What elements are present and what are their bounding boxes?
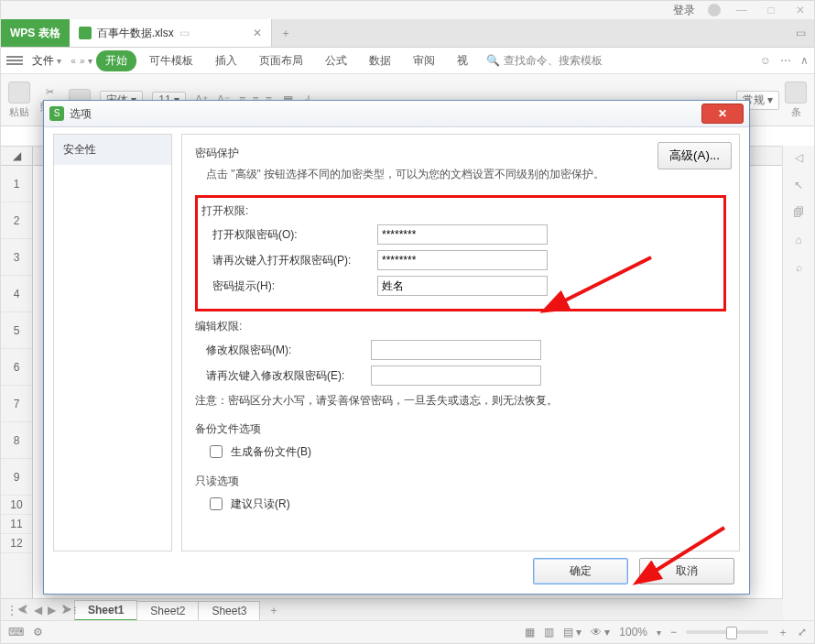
conditional-format-button[interactable]: 条 (785, 82, 807, 119)
zoom-in-icon[interactable]: ＋ (777, 625, 788, 640)
select-icon[interactable]: ↖ (794, 179, 803, 191)
paste-button[interactable]: 粘贴 (8, 82, 30, 119)
ribbon-tab-data[interactable]: 数据 (360, 50, 400, 71)
zoom-label[interactable]: 100% (619, 626, 647, 639)
readonly-head: 只读选项 (195, 474, 726, 489)
ribbon-tab-formula[interactable]: 公式 (316, 50, 356, 71)
row-header[interactable]: 10 (1, 496, 32, 515)
ribbon-tab-view[interactable]: 视 (448, 50, 477, 71)
view-layout-icon[interactable]: ▤ ▾ (563, 626, 581, 639)
new-tab-button[interactable]: ＋ (272, 19, 299, 47)
file-tab[interactable]: 百事牛数据.xlsx ▭ ✕ (70, 19, 272, 47)
app-tab[interactable]: WPS 表格 (1, 19, 70, 47)
ok-button[interactable]: 确定 (533, 558, 628, 584)
sheet-nav-prev-icon[interactable]: ◀ (34, 604, 42, 617)
row-header[interactable]: 1 (1, 166, 32, 202)
sidebar-item-security[interactable]: 安全性 (54, 135, 171, 165)
triangle-icon[interactable]: ◁ (795, 151, 803, 164)
minimize-icon[interactable]: — (734, 4, 750, 16)
section-password-protect: 密码保护 (195, 146, 726, 161)
more-icon[interactable]: ⋯ (780, 54, 791, 67)
chat-icon[interactable]: ⌕ (796, 261, 802, 274)
sheet-nav-next-icon[interactable]: ▶ (48, 604, 56, 617)
history-back-icon[interactable]: « (71, 56, 76, 66)
password-hint-text: 点击 "高级" 按钮选择不同的加密类型，可以为您的文档设置不同级别的加密保护。 (206, 167, 726, 182)
ribbon-tab-insert[interactable]: 插入 (206, 50, 246, 71)
sheet-tab[interactable]: Sheet3 (198, 601, 260, 620)
row-header[interactable]: 8 (1, 422, 32, 459)
add-sheet-button[interactable]: ＋ (259, 600, 288, 621)
password-hint-field[interactable] (377, 276, 548, 296)
dialog-titlebar: S 选项 ✕ (44, 101, 749, 127)
row-headers: ◢ 1 2 3 4 5 6 7 8 9 10 11 12 (1, 147, 33, 599)
edit-password-field[interactable] (371, 340, 541, 360)
tab-close-icon[interactable]: ✕ (253, 27, 262, 39)
edit-password-confirm-label: 请再次键入修改权限密码(E): (206, 368, 362, 384)
row-header[interactable]: 2 (1, 202, 32, 239)
row-header[interactable]: 7 (1, 386, 32, 422)
hamburger-icon[interactable] (6, 54, 23, 67)
style-icon[interactable]: ⌂ (795, 234, 801, 246)
eye-icon[interactable]: 👁 ▾ (591, 626, 610, 639)
tab-strip: WPS 表格 百事牛数据.xlsx ▭ ✕ ＋ ▭ (1, 19, 814, 48)
tab-list-icon[interactable]: ▭ (787, 19, 814, 47)
select-all-corner[interactable]: ◢ (1, 147, 32, 166)
cancel-button[interactable]: 取消 (639, 558, 734, 584)
row-header[interactable]: 9 (1, 459, 32, 496)
sheet-tab-bar: ⋮⮜ ◀ ▶ ⮞⋮ Sheet1 Sheet2 Sheet3 ＋ (1, 598, 783, 621)
open-password-confirm-label: 请再次键入打开权限密码(P): (212, 253, 368, 268)
view-normal-icon[interactable]: ▦ (525, 626, 535, 639)
open-password-field[interactable] (377, 224, 548, 245)
login-link[interactable]: 登录 (673, 3, 695, 18)
sheet-nav-last-icon[interactable]: ⮞⋮ (61, 604, 78, 617)
file-menu[interactable]: 文件 ▾ (27, 53, 67, 69)
dialog-close-button[interactable]: ✕ (701, 104, 744, 124)
view-pagebreak-icon[interactable]: ▥ (544, 626, 554, 639)
right-sidebar: ◁ ↖ 🗐 ⌂ ⌕ (782, 146, 814, 599)
sheet-tab[interactable]: Sheet1 (74, 600, 137, 621)
tab-monitor-icon[interactable]: ▭ (179, 27, 190, 39)
ribbon-tab-home[interactable]: 开始 (96, 50, 136, 71)
row-header[interactable]: 6 (1, 349, 32, 386)
edit-password-confirm-field[interactable] (371, 366, 541, 386)
ribbon-tabs: 文件 ▾ « » ▾ 开始 可牛模板 插入 页面布局 公式 数据 审阅 视 🔍 … (1, 48, 814, 74)
zoom-slider[interactable] (686, 630, 768, 634)
ribbon-tab-layout[interactable]: 页面布局 (250, 50, 312, 71)
status-mode-icon[interactable]: ⌨ (8, 626, 24, 639)
close-window-icon[interactable]: ✕ (792, 4, 809, 16)
password-hint-label: 密码提示(H): (212, 278, 368, 294)
open-permission-head: 打开权限: (201, 203, 718, 219)
sheet-tab[interactable]: Sheet2 (136, 601, 199, 620)
row-header[interactable]: 12 (1, 534, 32, 553)
row-header[interactable]: 4 (1, 276, 32, 312)
row-header[interactable]: 11 (1, 515, 32, 534)
open-password-confirm-field[interactable] (377, 250, 548, 270)
window-titlebar: 登录 — □ ✕ (1, 1, 814, 19)
backup-checkbox[interactable] (210, 445, 223, 458)
row-header[interactable]: 3 (1, 239, 32, 276)
history-fwd-icon[interactable]: » (80, 56, 85, 66)
advanced-button[interactable]: 高级(A)... (657, 142, 732, 169)
password-note: 注意：密码区分大小写，请妥善保管密码，一旦丢失或遗忘，则无法恢复。 (195, 393, 726, 409)
readonly-checkbox-label: 建议只读(R) (231, 497, 290, 512)
backup-head: 备份文件选项 (195, 421, 726, 437)
options-dialog: S 选项 ✕ 安全性 高级(A)... 密码保护 点击 "高级" 按钮选择不同的… (43, 100, 750, 595)
avatar-icon[interactable] (708, 4, 721, 16)
ribbon-tab-review[interactable]: 审阅 (404, 50, 444, 71)
app-window: 登录 — □ ✕ WPS 表格 百事牛数据.xlsx ▭ ✕ ＋ ▭ 文件 ▾ … (0, 0, 815, 644)
collapse-ribbon-icon[interactable]: ∧ (800, 54, 809, 67)
status-settings-icon[interactable]: ⚙ (33, 626, 43, 639)
dialog-title: 选项 (70, 106, 92, 122)
ribbon-tab-templates[interactable]: 可牛模板 (140, 50, 202, 71)
open-permission-group: 打开权限: 打开权限密码(O): 请再次键入打开权限密码(P): 密码提示(H)… (195, 195, 726, 311)
command-search[interactable]: 🔍 查找命令、搜索模板 (486, 53, 603, 69)
row-header[interactable]: 5 (1, 312, 32, 349)
sheet-nav-first-icon[interactable]: ⋮⮜ (6, 604, 28, 617)
maximize-icon[interactable]: □ (763, 4, 779, 16)
fullscreen-icon[interactable]: ⤢ (798, 626, 807, 639)
spreadsheet-icon (79, 27, 92, 39)
zoom-out-icon[interactable]: − (670, 626, 677, 639)
smile-icon[interactable]: ☺ (760, 54, 771, 67)
clipboard-icon[interactable]: 🗐 (793, 206, 804, 219)
readonly-checkbox[interactable] (210, 497, 223, 510)
